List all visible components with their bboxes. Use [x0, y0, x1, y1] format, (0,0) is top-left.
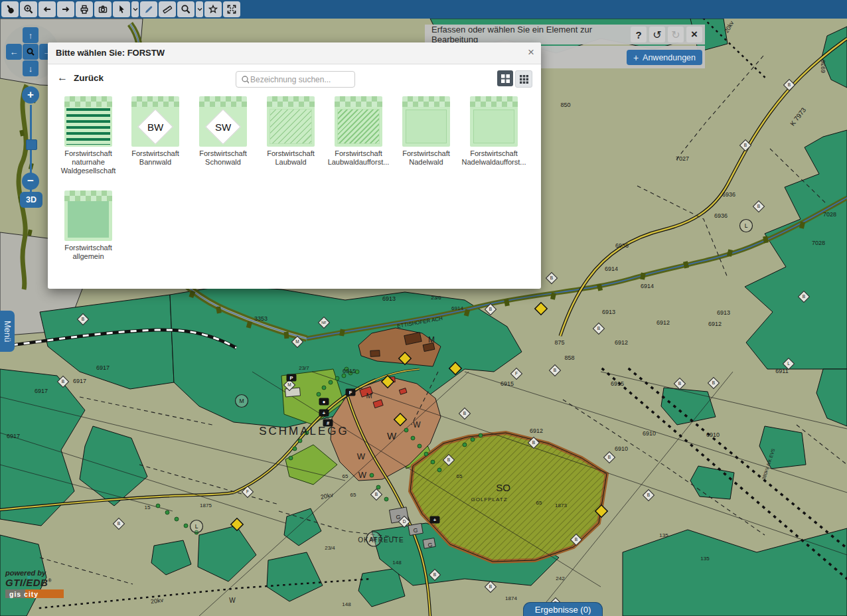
tile-label: Forstwirtschaft allgemein: [55, 244, 121, 261]
map-label: 65: [350, 492, 356, 498]
branding: powered by GTI/EDB® gis city: [5, 569, 78, 598]
search-dropdown-button[interactable]: [196, 1, 203, 17]
map-label: 6936: [615, 242, 629, 249]
map-label: 858: [564, 354, 574, 361]
map-label: 6913: [602, 309, 615, 315]
results-button[interactable]: Ergebnisse (0): [523, 602, 603, 616]
print-button[interactable]: [76, 1, 93, 17]
forward-button[interactable]: [57, 1, 74, 17]
checker-band: [199, 96, 247, 107]
map-label: 23/4: [325, 545, 335, 551]
map-label: 65: [536, 500, 542, 506]
edit-message-bar: Erfassen oder wählen Sie ein Element zur…: [425, 25, 705, 44]
symbol-search-box: [236, 71, 355, 88]
map-label: 1875: [200, 502, 212, 508]
tile-forstwirtschaft-nadelwaldaufforstung[interactable]: Forstwirtschaft Nadelwaldaufforst...: [470, 96, 518, 147]
back-button[interactable]: [38, 1, 56, 17]
back-control[interactable]: ← Zurück: [57, 72, 104, 84]
pencil-icon: [143, 4, 154, 15]
map-label: 6936: [820, 60, 826, 73]
dialog-close-button[interactable]: ×: [528, 46, 534, 59]
tile-forstwirtschaft-nadelwald[interactable]: Forstwirtschaft Nadelwald: [402, 96, 450, 147]
brand-logo: GTI/EDB®: [5, 577, 78, 588]
map-label: G: [427, 542, 432, 548]
top-toolbar: [0, 0, 847, 19]
anwendungen-label: Anwendungen: [643, 53, 696, 62]
fullscreen-button[interactable]: [223, 1, 240, 17]
back-arrow-icon: [42, 4, 52, 15]
checker-band: [64, 191, 112, 201]
menu-tab-label: Menü: [3, 321, 13, 343]
diamond-marker-letter: B: [744, 143, 747, 147]
checker-band: [470, 96, 518, 107]
map-label: 7027: [676, 155, 689, 162]
map-label: SCHMALEGG: [259, 425, 349, 437]
zoom-out-circle-button[interactable]: −: [22, 173, 39, 190]
menu-tab[interactable]: Menü: [0, 311, 15, 352]
diamond-marker-letter: B: [647, 493, 650, 497]
zoom-in-circle-button[interactable]: +: [22, 86, 39, 104]
diamond-marker-letter: B: [608, 455, 611, 459]
compact-grid-view-button[interactable]: [515, 70, 532, 88]
map-label: 6912: [656, 319, 670, 326]
tile-forstwirtschaft-bannwald[interactable]: BW Forstwirtschaft Bannwald: [131, 96, 179, 147]
undo-button[interactable]: ↺: [649, 27, 665, 42]
screenshot-button[interactable]: [94, 1, 112, 17]
map-label: 875: [554, 339, 564, 346]
checker-band: [131, 96, 179, 107]
zoom-slider-handle[interactable]: [26, 139, 37, 150]
grid-2x2-icon: [501, 74, 510, 83]
pan-up-button[interactable]: ↑: [23, 27, 38, 43]
map-label: 7028: [812, 240, 825, 246]
pan-hand-button[interactable]: [1, 1, 19, 17]
map-label: 15: [145, 504, 151, 510]
search-tool-button[interactable]: [177, 1, 194, 17]
tile-label: Forstwirtschaft Nadelwaldaufforst...: [461, 149, 527, 167]
pan-down-button[interactable]: ↓: [23, 60, 38, 76]
tile-forstwirtschaft-allgemein[interactable]: Forstwirtschaft allgemein: [64, 191, 112, 241]
select-cursor-button[interactable]: [113, 1, 130, 17]
search-icon: [241, 75, 249, 84]
diamond-marker-letter: B: [712, 380, 715, 385]
close-edit-button[interactable]: ×: [686, 27, 702, 42]
map-label: 6914: [641, 283, 654, 289]
tile-forstwirtschaft-schonwald[interactable]: SW Forstwirtschaft Schonwald: [199, 96, 247, 147]
map-label: 23/7: [299, 365, 309, 371]
brand-dot: [27, 576, 31, 579]
ruler-icon: [162, 4, 173, 15]
grid-view-button[interactable]: [497, 70, 513, 86]
measure-ruler-button[interactable]: [159, 1, 176, 17]
printer-icon: [79, 4, 90, 15]
tile-label: Forstwirtschaft Nadelwald: [393, 149, 459, 167]
anwendungen-button[interactable]: + Anwendungen: [627, 50, 702, 65]
help-button[interactable]: ?: [631, 27, 647, 42]
map-label: OKATREUTE: [358, 536, 404, 544]
camera-icon: [98, 4, 108, 15]
threed-button[interactable]: 3D: [20, 192, 42, 208]
map-label: 6915: [343, 368, 356, 374]
diamond-marker-letter: B: [803, 294, 805, 299]
zoom-in-button[interactable]: [20, 1, 37, 17]
nav-center-button[interactable]: [23, 44, 38, 60]
diamond-marker-letter: B: [433, 572, 436, 577]
map-label: 148: [342, 601, 351, 607]
tile-forstwirtschaft-naturnahe[interactable]: Forstwirtschaft naturnahe Waldgesellscha…: [64, 96, 112, 147]
map-label: 6915: [611, 380, 624, 387]
black-square-glyph: F: [349, 390, 352, 396]
zoom-in-icon: [23, 4, 34, 15]
select-dropdown-button[interactable]: [131, 1, 139, 17]
magnifier-icon: [26, 47, 35, 56]
map-label: 242: [556, 576, 565, 581]
map-label: 6914: [605, 266, 618, 272]
redo-button[interactable]: ↻: [668, 27, 684, 42]
checker-band: [267, 96, 315, 107]
pan-left-button[interactable]: ←: [6, 44, 22, 60]
tile-forstwirtschaft-laubwald[interactable]: Forstwirtschaft Laubwald: [267, 96, 315, 147]
diamond-marker-letter: B: [82, 317, 84, 321]
checker-band: [64, 96, 112, 107]
black-square-glyph: P: [289, 375, 293, 381]
symbol-search-input[interactable]: [249, 74, 354, 85]
draw-pencil-button[interactable]: [140, 1, 157, 17]
favorites-button[interactable]: [204, 1, 222, 17]
tile-forstwirtschaft-laubwaldaufforstung[interactable]: Forstwirtschaft Laubwaldaufforst...: [335, 96, 382, 147]
